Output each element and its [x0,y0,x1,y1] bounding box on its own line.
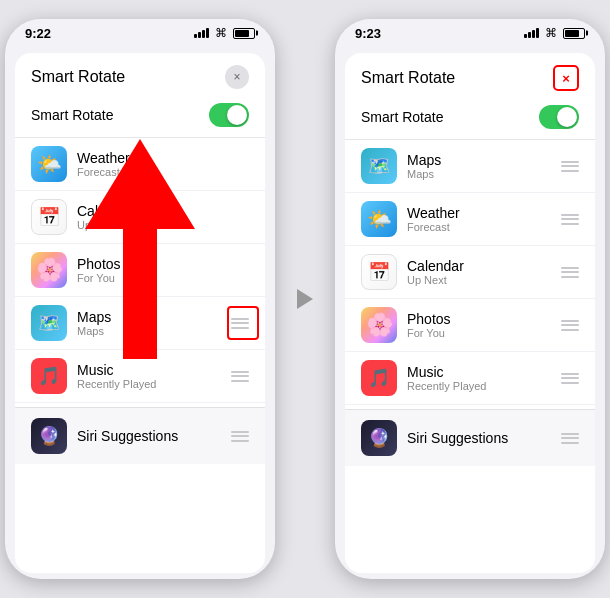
battery-icon [233,28,255,39]
left-toggle-label: Smart Rotate [31,107,113,123]
right-siri-handle[interactable] [561,433,579,444]
right-item-music: 🎵 Music Recently Played [345,352,595,405]
right-phone: 9:23 ⌘ Smart Rotate × [335,19,605,579]
right-item-maps: 🗺️ Maps Maps [345,140,595,193]
left-toggle-row: Smart Rotate [15,97,265,138]
right-calendar-name: Calendar [407,258,561,274]
wifi-icon: ⌘ [215,26,227,40]
right-close-button[interactable]: × [553,65,579,91]
left-item-photos: 🌸 Photos For You [15,244,265,297]
right-time: 9:23 [355,26,381,41]
left-weather-name: Weather [77,150,249,166]
left-status-bar: 9:22 ⌘ [5,19,275,47]
right-wifi-icon: ⌘ [545,26,557,40]
signal-icon [194,28,209,38]
left-music-text: Music Recently Played [77,362,231,390]
right-photos-text: Photos For You [407,311,561,339]
right-music-text: Music Recently Played [407,364,561,392]
left-maps-sub: Maps [77,325,231,337]
between-arrow [285,289,325,309]
left-photos-name: Photos [77,256,249,272]
right-weather-text: Weather Forecast [407,205,561,233]
left-music-sub: Recently Played [77,378,231,390]
left-close-button[interactable]: × [225,65,249,89]
right-close-icon: × [562,71,570,86]
left-widget-panel: Smart Rotate × Smart Rotate 🌤️ Weather F… [15,53,265,573]
left-siri-name: Siri Suggestions [77,428,231,444]
right-weather-icon: 🌤️ [361,201,397,237]
left-calendar-text: Calendar Up Next [77,203,249,231]
right-photos-name: Photos [407,311,561,327]
maps-icon: 🗺️ [31,305,67,341]
left-status-icons: ⌘ [194,26,255,40]
left-toggle[interactable] [209,103,249,127]
left-phone: 9:22 ⌘ Smart Rotate × [5,19,275,579]
right-toggle-knob [557,107,577,127]
music-icon: 🎵 [31,358,67,394]
right-music-sub: Recently Played [407,380,561,392]
left-close-icon: × [233,70,240,84]
left-siri-handle[interactable] [231,431,249,442]
right-toggle[interactable] [539,105,579,129]
right-item-siri: 🔮 Siri Suggestions [345,409,595,466]
right-calendar-sub: Up Next [407,274,561,286]
right-maps-name: Maps [407,152,561,168]
right-siri-name: Siri Suggestions [407,430,561,446]
right-calendar-handle[interactable] [561,267,579,278]
left-item-weather: 🌤️ Weather Forecast [15,138,265,191]
left-item-siri: 🔮 Siri Suggestions [15,407,265,464]
right-item-photos: 🌸 Photos For You [345,299,595,352]
weather-icon: 🌤️ [31,146,67,182]
left-toggle-knob [227,105,247,125]
right-weather-handle[interactable] [561,214,579,225]
left-photos-sub: For You [77,272,249,284]
right-siri-icon: 🔮 [361,420,397,456]
right-status-bar: 9:23 ⌘ [335,19,605,47]
left-weather-text: Weather Forecast [77,150,249,178]
right-maps-sub: Maps [407,168,561,180]
right-item-weather: 🌤️ Weather Forecast [345,193,595,246]
left-calendar-sub: Up Next [77,219,249,231]
left-music-name: Music [77,362,231,378]
siri-icon-left: 🔮 [31,418,67,454]
right-signal-icon [524,28,539,38]
right-maps-text: Maps Maps [407,152,561,180]
left-maps-text: Maps Maps [77,309,231,337]
right-arrow-icon [297,289,313,309]
right-battery-icon [563,28,585,39]
left-maps-handle[interactable] [231,318,249,329]
left-siri-text: Siri Suggestions [77,428,231,444]
left-music-handle[interactable] [231,371,249,382]
main-container: 9:22 ⌘ Smart Rotate × [0,9,610,589]
right-calendar-icon: 📅 [361,254,397,290]
right-maps-handle[interactable] [561,161,579,172]
left-item-music: 🎵 Music Recently Played [15,350,265,403]
right-music-name: Music [407,364,561,380]
right-music-icon: 🎵 [361,360,397,396]
left-maps-name: Maps [77,309,231,325]
left-item-calendar: 📅 Calendar Up Next [15,191,265,244]
left-panel-header: Smart Rotate × [15,53,265,97]
right-weather-name: Weather [407,205,561,221]
left-photos-text: Photos For You [77,256,249,284]
right-widget-panel: Smart Rotate × Smart Rotate 🗺️ Maps Maps [345,53,595,573]
left-panel-title: Smart Rotate [31,68,125,86]
calendar-icon: 📅 [31,199,67,235]
right-calendar-text: Calendar Up Next [407,258,561,286]
right-siri-text: Siri Suggestions [407,430,561,446]
left-calendar-name: Calendar [77,203,249,219]
right-toggle-row: Smart Rotate [345,99,595,140]
right-panel-header: Smart Rotate × [345,53,595,99]
right-music-handle[interactable] [561,373,579,384]
right-photos-sub: For You [407,327,561,339]
right-toggle-label: Smart Rotate [361,109,443,125]
right-photos-handle[interactable] [561,320,579,331]
right-item-calendar: 📅 Calendar Up Next [345,246,595,299]
right-status-icons: ⌘ [524,26,585,40]
left-time: 9:22 [25,26,51,41]
left-weather-sub: Forecast [77,166,249,178]
right-maps-icon: 🗺️ [361,148,397,184]
photos-icon: 🌸 [31,252,67,288]
right-photos-icon: 🌸 [361,307,397,343]
right-panel-title: Smart Rotate [361,69,455,87]
